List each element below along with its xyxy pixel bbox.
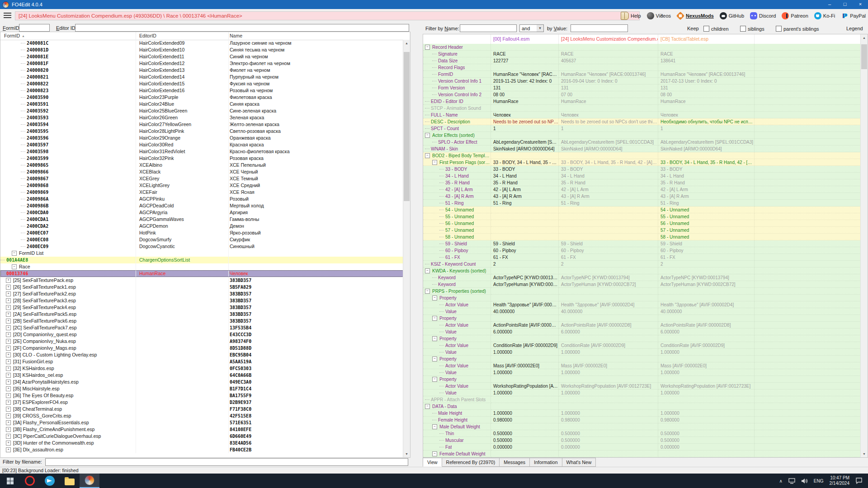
record-row[interactable]: 24009865XCEAlbinoXCE Пепельный [0,162,403,169]
record-row[interactable]: 24009866XCEBlackXCE Черный [0,169,403,175]
record-element-row[interactable]: 55 - Unnamed55 - Unnamed [423,213,861,220]
record-element-row[interactable]: SPCT - Count111 [423,125,861,132]
record-row[interactable]: 24009867XCEGreyXCE Темный [0,175,403,182]
record-element-row[interactable]: KSIZ - Keyword Count222 [423,261,861,267]
record-element-row[interactable]: APPR - Attach Parent Slots [423,396,861,403]
column-header-name[interactable]: Name [229,32,410,40]
plugin-row[interactable]: +[2B] SexFallTexturePack6.esp383BD357 [0,318,403,324]
record-element-row[interactable]: −KWDA - Keywords (sorted) [423,267,861,274]
collapse-icon[interactable]: − [425,45,430,50]
record-element-row[interactable]: 51 - Ring51 - Ring51 - Ring51 - Ring [423,200,861,206]
right-scrollbar-thumb[interactable] [861,44,867,69]
right-scrollbar[interactable]: ▲ ▼ [860,34,868,457]
plugin-row[interactable]: +[2F] CompanionIvy_Mags.esp8D51D88D [0,345,403,352]
record-row[interactable]: 2400CDA1AGCPGammaWavesГамма-волны [0,216,403,223]
expand-icon[interactable]: + [6,298,11,303]
record-element-row[interactable]: Muscular0.5000000.5000000.500000 [423,437,861,444]
legend-button[interactable]: Legend [846,26,863,31]
collapse-icon[interactable]: − [432,357,437,361]
network-icon[interactable] [788,478,795,484]
column-header-tacticaltablet[interactable]: [CB] TacticalTablet.esp [658,34,755,44]
plugin-row[interactable]: +[29] SexFallTexturePack4.esp383BD357 [0,304,403,311]
tab-referenced-by-23970-[interactable]: Referenced By (23970) [442,458,500,467]
record-element-row[interactable]: −DATA - Data [423,403,861,410]
record-row[interactable]: 24003596HairColor29OrangeОранжевая краск… [0,135,403,141]
record-row[interactable]: 2400081DHairColorExtended10Синяя тесьма … [0,47,403,53]
record-element-row[interactable]: 58 - Unnamed58 - Unnamed [423,234,861,240]
record-element-row[interactable]: WNAM - SkinSkinNaked [ARMO:00000D64]Skin… [423,145,861,152]
record-row[interactable]: 2400EC07HotPinkЯрко-розовый [0,230,403,236]
record-element-row[interactable]: FULL - NameЧеловекЧеловекЧеловек [423,112,861,118]
patreon-link[interactable]: Patreon [782,12,808,19]
filter-name-input[interactable] [460,24,517,32]
nexusmods-link[interactable]: NexusMods [677,12,714,19]
record-row[interactable]: 24003599HairColor32PinkРозовая краска [0,155,403,162]
scroll-down-icon[interactable]: ▼ [861,450,868,457]
keep-children-checkbox[interactable]: children [703,26,729,32]
notification-icon[interactable] [855,478,863,484]
expand-icon[interactable]: + [6,441,11,446]
record-element-row[interactable]: −Property [423,356,861,362]
record-element-row[interactable]: FormIDHumanRace "Человек" [RACE:0...Huma… [423,71,861,78]
expand-icon[interactable]: + [6,285,11,290]
record-element-row[interactable]: 60 - Pipboy60 - Pipboy60 - Pipboy60 - Pi… [423,247,861,254]
plugin-row[interactable]: +[3A] Flashy_PersonalEssentials.esp571E6… [0,419,403,426]
record-row[interactable]: 24003593HairColor26GreenЗеленая краска [0,114,403,121]
expand-icon[interactable]: + [6,386,11,391]
record-element-row[interactable]: Data Size122727405637138641 [423,57,861,64]
collapse-icon[interactable]: − [432,316,437,321]
taskbar-app-browser[interactable] [20,474,40,488]
record-element-row[interactable]: Actor ValueWorkshopRatingPopulation [AVI… [423,383,861,389]
group-row[interactable]: −FormID List [0,250,403,257]
clock[interactable]: 10:47 PM 2/14/2024 [830,475,850,486]
expand-icon[interactable]: + [6,434,11,439]
expand-icon[interactable]: + [6,312,11,317]
record-element-row[interactable]: −Property [423,376,861,383]
record-element-row[interactable]: Actor ValueMass [AVIF:000002E0]Mass [AVI… [423,362,861,369]
record-element-row[interactable]: Actor ValueHealth "Здоровье" [AVIF:00000… [423,301,861,308]
expand-icon[interactable]: + [6,291,11,296]
scroll-up-icon[interactable]: ▲ [861,34,868,41]
record-element-row[interactable]: Actor ValueConditionRate [AVIF:000002D9]… [423,342,861,349]
tab-what-s-new[interactable]: What's New [562,458,596,467]
collapse-icon[interactable]: − [425,404,430,409]
record-element-row[interactable]: 33 - BODY33 - BODY33 - BODY33 - BODY [423,166,861,173]
expand-icon[interactable]: + [6,427,11,432]
expand-icon[interactable]: + [6,407,11,412]
record-element-row[interactable]: Fat0.0000000.0000000.000000 [423,444,861,450]
record-element-row[interactable]: −Male Default Weight [423,423,861,430]
record-row[interactable]: 2400CDA2AGCPDemonДемон [0,223,403,230]
record-element-row[interactable]: −Record Header [423,44,861,51]
record-row[interactable]: 2400081FHairColorExtended12Электро-фиоле… [0,60,403,67]
column-header-formid[interactable]: FormID▲ [0,32,136,40]
record-element-row[interactable]: −Female Default Weight [423,450,861,457]
plugin-row[interactable]: +[26] SexFallTexturePack1.esp5B5FA829 [0,284,403,291]
minimize-button[interactable]: – [822,0,837,9]
record-row[interactable]: 24003590HairColor23PurpleФиолетовая крас… [0,94,403,101]
record-element-row[interactable]: Value1.0000001.0000001.000000 [423,389,861,396]
record-row[interactable]: 24000823HairColorExtended16Розовый на че… [0,87,403,94]
record-row[interactable]: 24000822HairColorExtended15Фуксия на чер… [0,80,403,87]
record-row[interactable]: 2400EC09DogcowCyanoticСинюшный [0,243,403,250]
collapse-icon[interactable]: − [425,133,430,138]
collapse-icon[interactable]: − [432,296,437,300]
record-element-row[interactable]: STCP - Animation Sound [423,105,861,112]
plugin-row[interactable]: +[27] SexFallTexturePack2.esp383BD357 [0,291,403,297]
plugin-row[interactable]: +[32] KSHairdos.esp0FC50303 [0,365,403,372]
record-row[interactable]: 24003591HairColor24BlueСиняя краска [0,101,403,108]
editorid-input[interactable] [75,24,409,32]
record-row[interactable]: 24000820HairColorExtended13Фиолет на чер… [0,67,403,74]
record-row-highlight[interactable]: 001A4AE8ChargenOptionsSortList [0,257,403,263]
collapse-icon[interactable]: − [432,336,437,341]
expand-icon[interactable]: + [6,447,11,452]
record-row[interactable]: 2400EC08DogcowSmurfyСмурфик [0,236,403,243]
expand-icon[interactable]: + [6,359,11,364]
videos-link[interactable]: Videos [647,12,671,19]
keep-siblings-checkbox[interactable]: siblings [740,26,764,32]
plugin-row[interactable]: +[38] CheatTerminal.espF71F38C0 [0,406,403,413]
expand-icon[interactable]: + [6,400,11,405]
plugin-row[interactable]: +[35] MiscHairstyle.espB1F7D1C4 [0,385,403,392]
expand-icon[interactable]: + [6,305,11,310]
plugin-row[interactable]: +[2D] CompanionIvy_quest.espE43CCC3D [0,331,403,338]
record-element-row[interactable]: −Property [423,315,861,322]
